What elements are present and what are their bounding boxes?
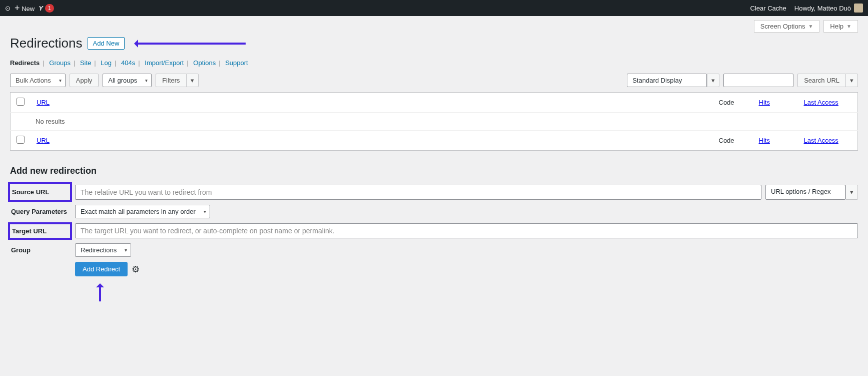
table-row-empty: No results [11, 113, 858, 131]
chevron-down-icon: ▾ [186, 74, 199, 87]
user-greeting[interactable]: Howdy, Matteo Duò [794, 4, 863, 13]
target-url-label: Target URL [10, 224, 70, 238]
admin-bar: ⊙ + New Y 1 Clear Cache Howdy, Matteo Du… [0, 0, 868, 16]
screen-meta-actions: Screen Options ▼ Help ▼ [0, 16, 868, 33]
tab-support[interactable]: Support [225, 59, 248, 67]
select-all-checkbox[interactable] [17, 98, 25, 106]
col-last-access-footer[interactable]: Last Access [804, 137, 838, 144]
no-results-text: No results [11, 113, 858, 131]
chevron-down-icon: ▼ [808, 24, 813, 29]
chevron-down-icon: ▾ [845, 74, 858, 87]
col-url[interactable]: URL [37, 99, 50, 106]
add-redirect-button[interactable]: Add Redirect [75, 262, 128, 276]
col-url-footer[interactable]: URL [37, 137, 50, 144]
gear-icon[interactable]: ⚙ [132, 264, 140, 275]
tab-log[interactable]: Log [101, 59, 112, 67]
chevron-down-icon: ▾ [845, 185, 858, 200]
search-url-button[interactable]: Search URL ▾ [797, 74, 858, 87]
form-row-group: Group Redirections ▾ [10, 243, 858, 257]
source-url-label: Source URL [10, 184, 70, 200]
apply-button[interactable]: Apply [70, 74, 99, 87]
annotation-arrow-vertical [99, 285, 101, 301]
chevron-down-icon: ▼ [846, 24, 851, 29]
group-select[interactable]: Redirections ▾ [75, 243, 131, 257]
help-button[interactable]: Help ▼ [823, 20, 858, 33]
source-url-input[interactable] [75, 185, 761, 200]
form-row-target: Target URL [10, 223, 858, 238]
screen-options-button[interactable]: Screen Options ▼ [754, 20, 820, 33]
group-label: Group [10, 246, 70, 254]
page-heading: Redirections Add New [10, 36, 858, 51]
form-row-source: Source URL URL options / Regex ▾ [10, 184, 858, 200]
form-row-submit: Add Redirect ⚙ [10, 262, 858, 276]
subnav-tabs: Redirects| Groups| Site| Log| 404s| Impo… [10, 59, 858, 67]
redirects-table: URL Code Hits Last Access No results URL… [10, 92, 858, 151]
col-code-footer: Code [713, 131, 753, 151]
target-url-input[interactable] [75, 223, 858, 238]
tab-site[interactable]: Site [80, 59, 91, 67]
yoast-icon[interactable]: Y 1 [39, 4, 54, 13]
display-mode-select[interactable]: Standard Display ▾ [627, 74, 719, 87]
tab-redirects[interactable]: Redirects [10, 59, 40, 67]
notification-badge: 1 [45, 4, 54, 13]
filters-button[interactable]: Filters ▾ [156, 74, 198, 87]
group-filter-select[interactable]: All groups ▾ [103, 74, 152, 87]
page-title: Redirections [10, 36, 83, 51]
col-hits[interactable]: Hits [759, 99, 770, 106]
query-params-select[interactable]: Exact match all parameters in any order … [75, 205, 210, 218]
table-header-row: URL Code Hits Last Access [11, 93, 858, 113]
chevron-down-icon: ▾ [707, 74, 719, 87]
new-content-button[interactable]: + New [15, 3, 35, 14]
url-options-select[interactable]: URL options / Regex ▾ [765, 185, 858, 200]
tab-import-export[interactable]: Import/Export [145, 59, 184, 67]
clear-cache-button[interactable]: Clear Cache [750, 5, 786, 12]
tab-groups[interactable]: Groups [49, 59, 71, 67]
query-params-label: Query Parameters [10, 208, 70, 215]
avatar [854, 4, 863, 13]
tab-options[interactable]: Options [193, 59, 216, 67]
list-toolbar: Bulk Actions ▾ Apply All groups ▾ Filter… [10, 74, 858, 87]
form-heading: Add new redirection [10, 166, 858, 176]
col-last-access[interactable]: Last Access [804, 99, 838, 106]
form-row-query: Query Parameters Exact match all paramet… [10, 205, 858, 218]
plus-icon: + [15, 3, 20, 13]
add-new-button[interactable]: Add New [88, 37, 125, 50]
site-menu-icon[interactable]: ⊙ [5, 5, 11, 12]
select-all-checkbox-footer[interactable] [17, 136, 25, 144]
table-footer-row: URL Code Hits Last Access [11, 131, 858, 151]
tab-404s[interactable]: 404s [121, 59, 135, 67]
search-input[interactable] [723, 74, 793, 87]
col-hits-footer[interactable]: Hits [759, 137, 770, 144]
bulk-actions-select[interactable]: Bulk Actions ▾ [10, 74, 66, 87]
annotation-arrow-horizontal [136, 43, 246, 45]
col-code: Code [713, 93, 753, 113]
